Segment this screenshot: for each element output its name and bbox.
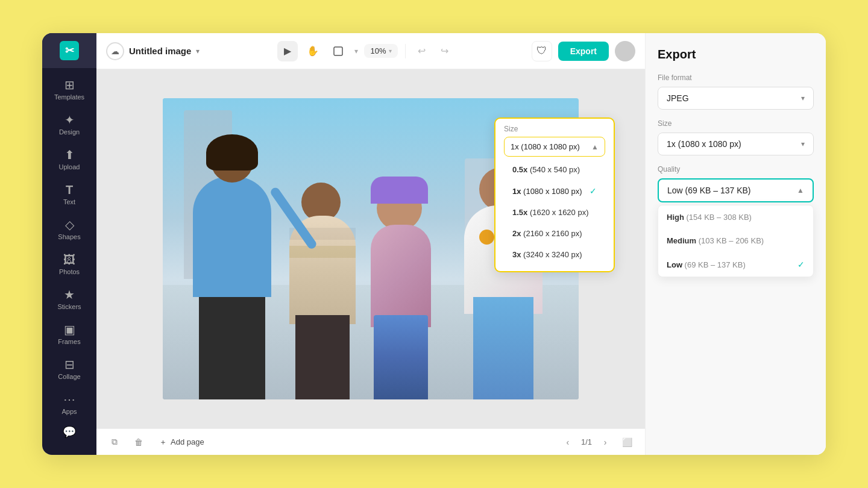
person1-pants [199, 291, 265, 399]
sidebar-item-templates[interactable]: ⊞ Templates [45, 73, 93, 107]
size-panel-selected: 1x (1080 x 1080 px) [667, 139, 741, 149]
quality-label: Quality [658, 165, 814, 174]
sidebar-item-label: Shapes [58, 233, 80, 240]
duplicate-page-button[interactable]: ⧉ [106, 434, 123, 451]
design-icon: ✦ [64, 114, 75, 126]
add-page-icon: ＋ [159, 437, 167, 448]
zoom-chevron: ▾ [389, 48, 392, 54]
file-format-chevron-icon: ▾ [801, 94, 805, 102]
quality-option-high[interactable]: High (154 KB – 308 KB) [658, 205, 813, 229]
topbar-right: 🛡 Export [532, 41, 635, 61]
shapes-icon: ◇ [65, 219, 74, 231]
size-option-1x[interactable]: 1x (1080 x 1080 px) ✓ [504, 180, 605, 202]
zoom-control[interactable]: 10% ▾ [364, 44, 397, 58]
quality-selected: Low (69 KB – 137 KB) [667, 186, 751, 195]
help-icon[interactable]: 💬 [58, 421, 80, 443]
sidebar-item-apps[interactable]: ⋯ Apps [45, 387, 93, 421]
person1-hair [206, 134, 258, 170]
delete-page-button[interactable]: 🗑 [130, 434, 147, 451]
quality-high-label: High (154 KB – 308 KB) [667, 213, 752, 222]
sidebar: ✂ ⊞ Templates ✦ Design ⬆ Upload T Text ◇ [42, 33, 96, 455]
sidebar-item-label: Design [59, 128, 80, 136]
sidebar-item-label: Collage [58, 373, 80, 380]
shield-button[interactable]: 🛡 [532, 41, 552, 61]
sidebar-item-label: Apps [61, 408, 77, 415]
sidebar-item-shapes[interactable]: ◇ Shapes [45, 213, 93, 246]
file-format-label: File format [658, 74, 814, 82]
size-chevron-up-icon: ▲ [591, 143, 599, 151]
sidebar-bottom: 💬 [58, 421, 80, 448]
size-selected-row[interactable]: 1x (1080 x 1080 px) ▲ [504, 137, 605, 157]
bottom-bar: ⧉ 🗑 ＋ Add page ‹ 1/1 › ⬜ [96, 428, 645, 455]
export-panel: Export File format JPEG ▾ Size 1x (1080 … [645, 33, 826, 455]
sidebar-item-upload[interactable]: ⬆ Upload [45, 143, 93, 177]
user-avatar[interactable] [615, 41, 635, 61]
size-selected-text: 1x (1080 x 1080 px) [511, 142, 580, 151]
size-option-3x[interactable]: 3x (3240 x 3240 px) [504, 244, 605, 265]
file-format-dropdown[interactable]: JPEG ▾ [658, 87, 814, 110]
stripe2 [289, 246, 356, 258]
sidebar-item-label: Stickers [57, 303, 81, 310]
sidebar-item-design[interactable]: ✦ Design [45, 108, 93, 142]
size-option-2x[interactable]: 2x (2160 x 2160 px) [504, 223, 605, 244]
person2 [283, 170, 362, 399]
redo-button[interactable]: ↪ [436, 42, 454, 60]
person4-pants [473, 297, 533, 399]
sidebar-item-text[interactable]: T Text [45, 178, 93, 211]
quality-medium-label: Medium (103 KB – 206 KB) [667, 236, 764, 245]
sidebar-item-stickers[interactable]: ★ Stickers [45, 283, 93, 316]
quality-low-label: Low (69 KB – 137 KB) [667, 260, 746, 269]
export-button[interactable]: Export [558, 42, 609, 61]
undo-button[interactable]: ↩ [413, 42, 431, 60]
quality-option-low[interactable]: Low (69 KB – 137 KB) ✓ [658, 252, 813, 277]
size-dropdown[interactable]: Size 1x (1080 x 1080 px) ▲ 0.5x (540 x 5… [494, 117, 615, 272]
title-dropdown-icon[interactable]: ▾ [196, 47, 200, 55]
size-dropdown-container: Size 1x (1080 x 1080 px) ▲ 0.5x (540 x 5… [494, 117, 615, 272]
bottom-right: ‹ 1/1 › ⬜ [559, 434, 635, 451]
size-option-15x[interactable]: 1.5x (1620 x 1620 px) [504, 202, 605, 223]
document-title[interactable]: Untitled image [129, 46, 191, 56]
dot1 [479, 230, 494, 245]
next-page-button[interactable]: › [597, 434, 614, 451]
canvas-area[interactable]: Size 1x (1080 x 1080 px) ▲ 0.5x (540 x 5… [96, 69, 645, 428]
sidebar-item-label: Frames [58, 338, 80, 345]
cloud-icon[interactable]: ☁ [106, 42, 124, 60]
frame-tool-button[interactable] [328, 41, 348, 61]
quality-option-medium[interactable]: Medium (103 KB – 206 KB) [658, 229, 813, 252]
export-panel-title: Export [658, 48, 814, 61]
person1-body [193, 177, 271, 297]
size-options: 0.5x (540 x 540 px) 1x (1080 x 1080 px) … [504, 159, 605, 265]
photos-icon: 🖼 [63, 254, 75, 266]
quality-dropdown[interactable]: Low (69 KB – 137 KB) ▲ [658, 178, 814, 202]
sidebar-item-photos[interactable]: 🖼 Photos [45, 248, 93, 281]
sidebar-item-frames[interactable]: ▣ Frames [45, 318, 93, 351]
person3 [362, 183, 440, 399]
sidebar-item-collage[interactable]: ⊟ Collage [45, 352, 93, 386]
person3-body [371, 225, 431, 327]
size-option-05x[interactable]: 0.5x (540 x 540 px) [504, 159, 605, 180]
logo-icon: ✂ [60, 41, 79, 60]
prev-page-button[interactable]: ‹ [559, 434, 576, 451]
stickers-icon: ★ [64, 289, 75, 301]
zoom-value: 10% [370, 46, 386, 55]
quality-check-icon: ✓ [797, 260, 805, 269]
size-dropdown-label: Size [504, 125, 605, 133]
frames-icon: ▣ [64, 324, 75, 336]
hand-tool-button[interactable]: ✋ [303, 41, 323, 61]
size-option-label: 3x (3240 x 3240 px) [512, 250, 582, 259]
size-option-label: 1.5x (1620 x 1620 px) [512, 208, 589, 217]
size-panel-label: Size [658, 119, 814, 128]
size-option-label: 0.5x (540 x 540 px) [512, 165, 580, 174]
size-option-label: 2x (2160 x 2160 px) [512, 229, 582, 238]
sidebar-logo[interactable]: ✂ [42, 33, 96, 68]
add-page-button[interactable]: ＋ Add page [154, 434, 209, 450]
present-button[interactable]: ⬜ [618, 434, 635, 451]
text-icon: T [66, 184, 73, 196]
size-panel-dropdown[interactable]: 1x (1080 x 1080 px) ▾ [658, 133, 814, 155]
templates-icon: ⊞ [64, 79, 75, 91]
sidebar-item-label: Upload [59, 163, 80, 170]
sidebar-item-label: Text [63, 198, 75, 205]
select-tool-button[interactable]: ▶ [277, 41, 298, 61]
sidebar-items: ⊞ Templates ✦ Design ⬆ Upload T Text ◇ S… [42, 68, 96, 421]
apps-icon: ⋯ [63, 393, 75, 405]
